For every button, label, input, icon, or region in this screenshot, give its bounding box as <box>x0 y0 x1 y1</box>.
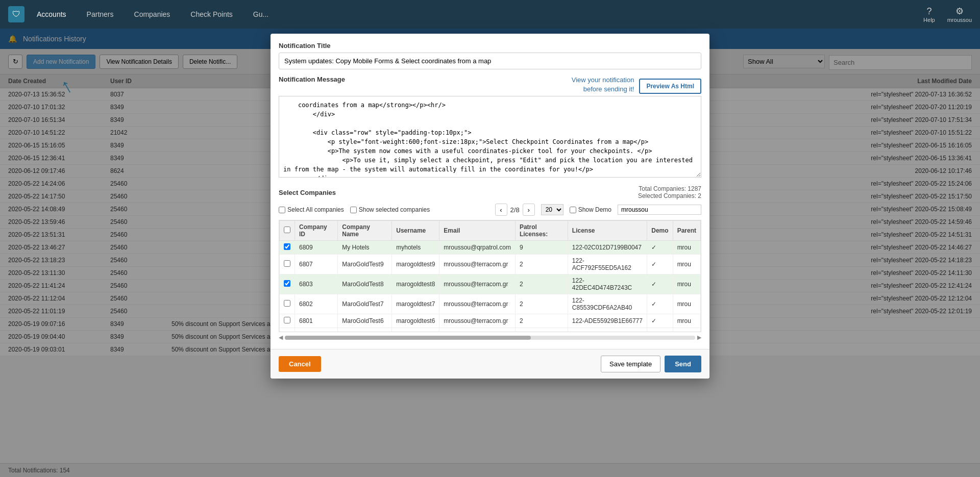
user-label: mroussou <box>947 17 972 23</box>
company-demo: ✓ <box>647 328 673 333</box>
company-username: myhotels <box>392 241 439 255</box>
company-row[interactable]: 6807 MaroGoldTest9 marogoldtest9 mrousso… <box>280 255 701 274</box>
company-parent: mrou <box>673 314 700 328</box>
title-label: Notification Title <box>279 42 701 49</box>
send-button[interactable]: Send <box>665 356 701 372</box>
company-email: mroussou@terracom.gr <box>439 314 516 328</box>
company-email: mroussou@terracom.gr <box>439 294 516 314</box>
company-row[interactable]: 6803 MaroGoldTest8 marogoldtest8 mrousso… <box>280 274 701 294</box>
companies-toolbar: Select All companies Show selected compa… <box>279 204 701 216</box>
company-checkbox[interactable] <box>284 260 290 267</box>
col-demo: Demo <box>647 221 673 241</box>
company-license: 122-42DEC4D474B7243C <box>568 274 647 294</box>
company-license: 122-ADE55929B1E66777 <box>568 314 647 328</box>
company-id: 6803 <box>295 274 338 294</box>
select-all-label: Select All companies <box>287 206 344 213</box>
company-license: 122-02C012D7199B0047 <box>568 241 647 255</box>
modal-body: Notification Title Notification Message … <box>271 34 709 349</box>
help-label: Help <box>923 17 935 23</box>
select-all-checkbox-label[interactable]: Select All companies <box>279 206 344 213</box>
company-id: 6809 <box>295 241 338 255</box>
preview-html-button[interactable]: Preview As Html <box>639 79 701 94</box>
company-patrol-licenses: 2 <box>515 328 568 333</box>
select-companies-title: Select Companies <box>279 189 336 196</box>
company-demo: ✓ <box>647 294 673 314</box>
show-selected-label: Show selected companies <box>359 206 430 213</box>
footer-right: Save template Send <box>601 356 701 372</box>
company-license: 122-ACF792F55ED5A162 <box>568 255 647 274</box>
company-checkbox[interactable] <box>284 243 290 250</box>
company-checkbox[interactable] <box>284 317 290 323</box>
col-company-id: Company ID <box>295 221 338 241</box>
company-demo: ✓ <box>647 241 673 255</box>
company-checkbox[interactable] <box>284 300 290 307</box>
company-demo: ✓ <box>647 274 673 294</box>
modal-overlay: Notification Title Notification Message … <box>0 29 980 477</box>
company-row[interactable]: 6799 MaroGoldTest5 marogoldtest5 mrousso… <box>280 328 701 333</box>
header-checkbox[interactable] <box>284 227 290 233</box>
col-email: Email <box>439 221 516 241</box>
save-template-button[interactable]: Save template <box>601 356 660 372</box>
top-nav: 🛡 Accounts Partners Companies Check Poin… <box>0 0 980 29</box>
notification-modal: Notification Title Notification Message … <box>271 34 709 379</box>
company-parent: mrou <box>673 274 700 294</box>
message-textarea[interactable] <box>279 96 701 178</box>
company-name: MaroGoldTest7 <box>338 294 392 314</box>
company-row[interactable]: 6802 MaroGoldTest7 marogoldtest7 mrousso… <box>280 294 701 314</box>
company-demo: ✓ <box>647 314 673 328</box>
company-checkbox[interactable] <box>284 280 290 287</box>
company-username: marogoldtest8 <box>392 274 439 294</box>
company-patrol-licenses: 2 <box>515 274 568 294</box>
companies-table: Company ID Company Name Username Email P… <box>279 220 701 332</box>
help-icon-item[interactable]: ? Help <box>923 6 935 23</box>
company-email: mroussou@terracom.gr <box>439 274 516 294</box>
col-checkbox <box>280 221 295 241</box>
show-demo-checkbox-label[interactable]: Show Demo <box>570 206 611 213</box>
next-page-button[interactable]: › <box>523 204 535 216</box>
app-logo: 🛡 <box>8 6 24 22</box>
company-name: MaroGoldTest9 <box>338 255 392 274</box>
company-email: mroussou@qrpatrol.com <box>439 241 516 255</box>
select-all-checkbox[interactable] <box>279 207 285 213</box>
cancel-button[interactable]: Cancel <box>279 356 321 372</box>
show-demo-checkbox[interactable] <box>570 207 576 213</box>
prev-page-button[interactable]: ‹ <box>495 204 507 216</box>
companies-tbody: 6809 My Hotels myhotels mroussou@qrpatro… <box>280 241 701 333</box>
company-id: 6802 <box>295 294 338 314</box>
username-filter-input[interactable] <box>618 205 701 215</box>
company-id: 6801 <box>295 314 338 328</box>
col-license: License <box>568 221 647 241</box>
col-parent: Parent <box>673 221 700 241</box>
scroll-left-icon[interactable]: ◀ <box>279 334 283 341</box>
nav-partners[interactable]: Partners <box>83 8 118 20</box>
settings-icon-item[interactable]: ⚙ mroussou <box>947 6 972 23</box>
company-username: marogoldtest7 <box>392 294 439 314</box>
nav-more[interactable]: Gu... <box>249 8 273 20</box>
scroll-right-icon[interactable]: ▶ <box>697 334 701 341</box>
company-id: 6799 <box>295 328 338 333</box>
nav-companies[interactable]: Companies <box>130 8 175 20</box>
company-parent: mrou <box>673 328 700 333</box>
main-content: 🔔 Notifications History ↻ Add new Notifi… <box>0 29 980 477</box>
notification-title-input[interactable] <box>279 53 701 69</box>
company-patrol-licenses: 2 <box>515 294 568 314</box>
col-patrol-licenses: Patrol Licenses: <box>515 221 568 241</box>
show-selected-checkbox[interactable] <box>350 207 357 213</box>
per-page-select[interactable]: 20 <box>541 204 564 215</box>
company-username: marogoldtest6 <box>392 314 439 328</box>
company-row[interactable]: 6809 My Hotels myhotels mroussou@qrpatro… <box>280 241 701 255</box>
company-email: mroussou@terracom.gr <box>439 255 516 274</box>
show-demo-label-text: Show Demo <box>578 206 611 213</box>
nav-checkpoints[interactable]: Check Points <box>186 8 236 20</box>
company-parent: mrou <box>673 294 700 314</box>
company-patrol-licenses: 2 <box>515 314 568 328</box>
company-patrol-licenses: 2 <box>515 255 568 274</box>
message-label: Notification Message <box>279 76 345 83</box>
company-name: MaroGoldTest8 <box>338 274 392 294</box>
company-parent: mrou <box>673 241 700 255</box>
company-row[interactable]: 6801 MaroGoldTest6 marogoldtest6 mrousso… <box>280 314 701 328</box>
nav-accounts[interactable]: Accounts <box>33 8 70 20</box>
view-notification-link[interactable]: View your notification before sending it… <box>572 76 634 94</box>
company-username: marogoldtest5 <box>392 328 439 333</box>
show-selected-checkbox-label[interactable]: Show selected companies <box>350 206 430 213</box>
